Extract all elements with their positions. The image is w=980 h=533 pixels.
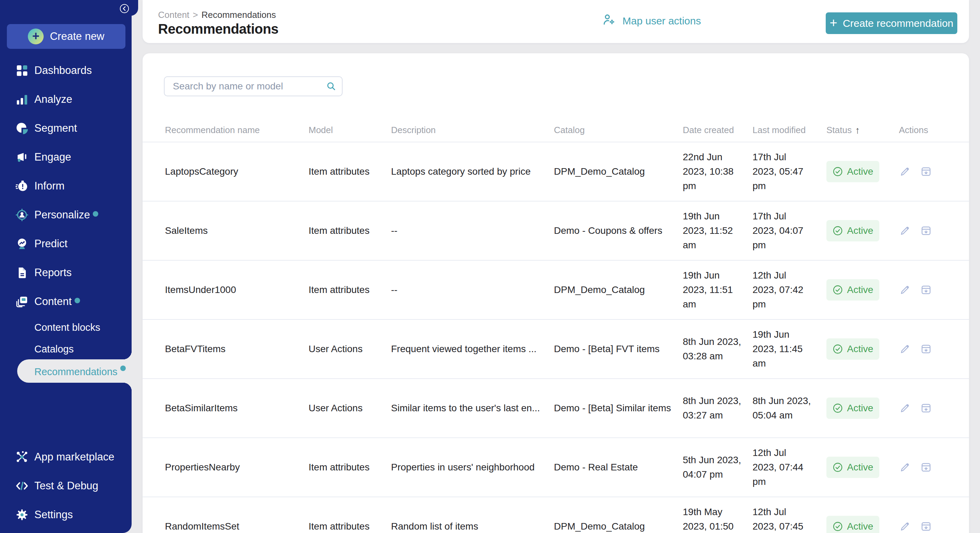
sidebar-item-personalize[interactable]: Personalize [0, 201, 132, 229]
edit-button[interactable] [899, 284, 911, 296]
cell-status: Active [826, 516, 899, 533]
sub-item-label: Content blocks [34, 322, 100, 333]
pencil-icon [899, 462, 910, 473]
cell-catalog: Demo - [Beta] FVT items [554, 342, 683, 356]
cell-catalog: DPM_Demo_Catalog [554, 164, 683, 179]
check-circle-icon [833, 462, 843, 472]
cell-status: Active [826, 397, 899, 419]
personalize-target-icon [15, 208, 29, 222]
cell-date-created: 19th May 2023, 01:50 pm [683, 505, 752, 533]
column-header-description: Description [391, 125, 554, 136]
edit-button[interactable] [899, 225, 911, 236]
sidebar-item-inform[interactable]: Inform [0, 172, 132, 201]
archive-box-icon [921, 225, 932, 236]
archive-button[interactable] [920, 284, 932, 296]
table-row[interactable]: BetaFVTitems User Actions Frequent viewe… [143, 320, 969, 379]
archive-button[interactable] [920, 461, 932, 473]
column-header-last-modified: Last modified [752, 125, 826, 136]
column-header-status[interactable]: Status↑ [826, 125, 899, 136]
table-row[interactable]: RandomItemsSet Item attributes Random li… [143, 497, 969, 533]
pencil-icon [899, 284, 910, 295]
sidebar-item-test-debug[interactable]: Test & Debug [0, 471, 132, 500]
sidebar-item-dashboards[interactable]: Dashboards [0, 56, 132, 85]
cell-status: Active [826, 456, 899, 478]
cell-actions [899, 402, 959, 414]
sidebar-item-reports[interactable]: Reports [0, 258, 132, 287]
status-badge: Active [826, 456, 879, 478]
sidebar-item-content-blocks[interactable]: Content blocks [0, 317, 132, 338]
check-circle-icon [833, 403, 843, 413]
sidebar-item-predict[interactable]: Predict [0, 229, 132, 258]
sidebar-item-catalogs[interactable]: Catalogs [0, 338, 132, 360]
crystal-ball-icon [15, 237, 29, 251]
cell-actions [899, 166, 959, 177]
map-user-actions-link[interactable]: Map user actions [603, 14, 701, 28]
stopwatch-icon [15, 179, 29, 193]
search-icon[interactable] [326, 81, 336, 91]
breadcrumb-parent[interactable]: Content [158, 10, 189, 20]
sidebar-item-analyze[interactable]: Analyze [0, 85, 132, 114]
check-circle-icon [833, 285, 843, 295]
cell-description: Random list of items [391, 519, 554, 533]
cell-date-created: 8th Jun 2023, 03:27 am [683, 394, 752, 423]
edit-button[interactable] [899, 402, 911, 414]
table-row[interactable]: ItemsUnder1000 Item attributes -- DPM_De… [143, 261, 969, 320]
edit-button[interactable] [899, 166, 911, 177]
cell-model: Item attributes [309, 223, 391, 238]
create-recommendation-button[interactable]: + Create recommendation [826, 13, 957, 34]
status-badge: Active [826, 161, 879, 182]
sidebar-item-engage[interactable]: Engage [0, 143, 132, 172]
cell-recommendation-name: ItemsUnder1000 [165, 282, 309, 297]
archive-button[interactable] [920, 520, 932, 532]
check-circle-icon [833, 226, 843, 236]
notification-dot [120, 365, 126, 371]
archive-button[interactable] [920, 225, 932, 236]
cell-last-modified: 12th Jul 2023, 07:44 pm [752, 446, 826, 489]
cell-actions [899, 461, 959, 473]
sidebar-item-settings[interactable]: Settings [0, 500, 132, 529]
sidebar-item-content[interactable]: Content [0, 287, 132, 316]
archive-button[interactable] [920, 343, 932, 355]
edit-button[interactable] [899, 461, 911, 473]
cell-catalog: Demo - Real Estate [554, 460, 683, 474]
table-row[interactable]: SaleItems Item attributes -- Demo - Coup… [143, 201, 969, 261]
sidebar-item-app-marketplace[interactable]: App marketplace [0, 442, 132, 471]
table-row[interactable]: BetaSimilarItems User Actions Similar it… [143, 379, 969, 438]
edit-button[interactable] [899, 520, 911, 532]
cell-model: User Actions [309, 342, 391, 356]
search-input[interactable] [164, 77, 343, 96]
cell-last-modified: 19th Jun 2023, 11:45 am [752, 327, 826, 371]
cell-status: Active [826, 279, 899, 300]
sidebar-item-label: Test & Debug [34, 480, 98, 492]
sidebar-item-segment[interactable]: Segment [0, 114, 132, 143]
status-badge: Active [826, 279, 879, 300]
cell-actions [899, 284, 959, 296]
archive-button[interactable] [920, 166, 932, 177]
cell-actions [899, 520, 959, 532]
table-row[interactable]: LaptopsCategory Item attributes Laptops … [143, 142, 969, 201]
sidebar-collapse-button[interactable] [119, 4, 129, 13]
plus-icon: + [28, 29, 44, 45]
sort-ascending-icon: ↑ [855, 125, 860, 136]
status-badge: Active [826, 338, 879, 360]
cell-model: Item attributes [309, 460, 391, 474]
pencil-icon [899, 343, 910, 354]
recommendations-card: Recommendation name Model Description Ca… [143, 53, 969, 533]
archive-box-icon [921, 462, 932, 473]
archive-button[interactable] [920, 402, 932, 414]
status-badge: Active [826, 516, 879, 533]
sub-item-label: Recommendations [34, 366, 118, 378]
column-header-actions: Actions [899, 125, 959, 136]
pencil-icon [899, 166, 910, 177]
cell-last-modified: 17th Jul 2023, 05:47 pm [752, 150, 826, 193]
archive-box-icon [921, 403, 932, 414]
cell-catalog: Demo - Coupons & offers [554, 223, 683, 238]
create-new-button[interactable]: + Create new [7, 24, 126, 49]
table-row[interactable]: PropertiesNearby Item attributes Propert… [143, 438, 969, 497]
create-new-label: Create new [50, 30, 105, 43]
map-user-actions-label: Map user actions [623, 15, 701, 27]
edit-button[interactable] [899, 343, 911, 355]
sidebar-item-label: Personalize [34, 209, 90, 221]
cell-date-created: 8th Jun 2023, 03:28 am [683, 335, 752, 364]
dashboards-icon [15, 64, 29, 77]
